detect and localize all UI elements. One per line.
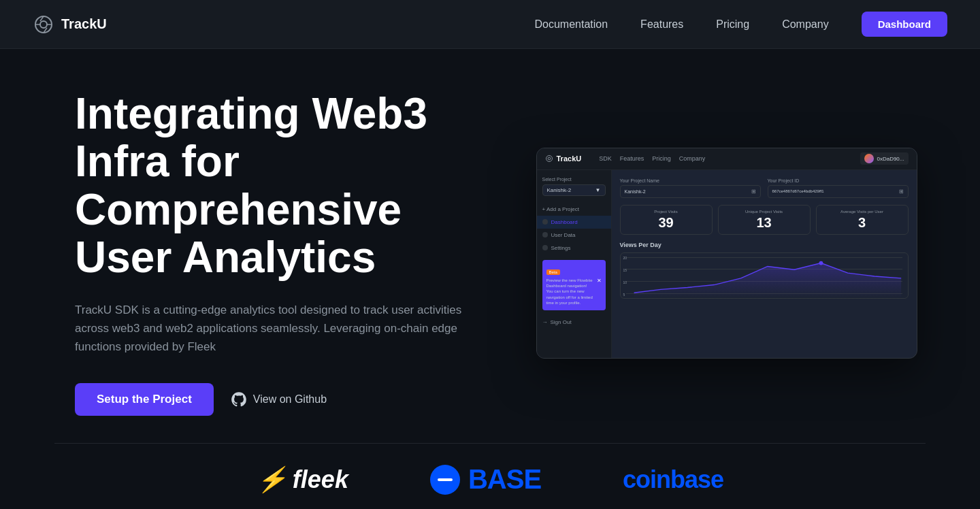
preview-menu-dashboard: Dashboard [537, 216, 611, 229]
dashboard-menu-icon [542, 219, 548, 225]
base-minus-icon [438, 478, 453, 481]
preview-main: Your Project Name Kanishk-2 ⊞ Your Proje… [612, 170, 917, 358]
preview-sidebar: Select Project Kanishk-2 ▼ + Add a Proje… [537, 170, 612, 358]
preview-signout: → Sign Out [537, 316, 611, 329]
github-icon [230, 391, 248, 408]
partner-coinbase: coinbase [623, 465, 723, 494]
svg-point-8 [819, 261, 823, 265]
fleek-bolt-icon: ⚡ [257, 465, 287, 494]
preview-nav-links: SDK Features Pricing Company [599, 155, 705, 162]
beta-text: Preview the new Flowbite Dashboard navig… [546, 278, 594, 306]
base-text: BASE [468, 464, 541, 495]
github-button[interactable]: View on Github [230, 391, 327, 408]
preview-chart: 20 15 10 5 [620, 252, 909, 299]
nav-link-documentation[interactable]: Documentation [534, 18, 608, 31]
preview-body: Select Project Kanishk-2 ▼ + Add a Proje… [537, 170, 917, 358]
preview-logo: TrackU [545, 154, 582, 163]
beta-badge: Beta [546, 269, 560, 275]
preview-project-name-value: Kanishk-2 ⊞ [620, 185, 761, 198]
hero-content: Integrating Web3 Infra for Comprehensive… [75, 90, 473, 416]
preview-beta-box: Beta Preview the new Flowbite Dashboard … [542, 260, 606, 310]
preview-project-id-value: 667ce4867d67ce4bdb429ff1 ⊞ [768, 185, 909, 198]
nav-link-company[interactable]: Company [782, 18, 828, 31]
coinbase-text: coinbase [623, 465, 723, 493]
dashboard-button[interactable]: Dashboard [862, 12, 947, 37]
hero-preview: TrackU SDK Features Pricing Company 0xDa… [527, 148, 926, 359]
hero-title: Integrating Web3 Infra for Comprehensive… [75, 90, 473, 282]
nav-logo-text: TrackU [61, 16, 107, 32]
settings-menu-icon [542, 245, 548, 250]
setup-project-button[interactable]: Setup the Project [75, 383, 214, 416]
fleek-text: fleek [293, 465, 348, 494]
base-circle-icon [430, 465, 460, 495]
preview-project-name-field: Your Project Name Kanishk-2 ⊞ [620, 178, 761, 198]
svg-point-1 [40, 21, 47, 28]
nav-links: Documentation Features Pricing Company [534, 18, 828, 31]
copy-id-icon: ⊞ [899, 188, 904, 195]
navbar: TrackU Documentation Features Pricing Co… [0, 0, 980, 49]
preview-project-id-field: Your Project ID 667ce4867d67ce4bdb429ff1… [768, 178, 909, 198]
preview-add-project: + Add a Project [537, 203, 611, 216]
preview-stat-visits: Project Visits 39 [620, 205, 713, 235]
partner-base: BASE [430, 464, 541, 495]
wallet-avatar [864, 154, 874, 163]
beta-close-icon[interactable]: ✕ [597, 278, 602, 284]
preview-chart-title: Views Per Day [620, 242, 909, 248]
nav-logo[interactable]: TrackU [33, 14, 107, 35]
userdata-menu-icon [542, 232, 548, 237]
preview-wallet: 0xDaD90... [860, 152, 908, 165]
copy-name-icon: ⊞ [751, 188, 756, 195]
nav-link-pricing[interactable]: Pricing [716, 18, 749, 31]
preview-menu-settings: Settings [537, 242, 611, 255]
dashboard-preview: TrackU SDK Features Pricing Company 0xDa… [536, 148, 917, 359]
partners-section: ⚡ fleek BASE coinbase [54, 443, 926, 495]
preview-stat-unique: Unique Project Visits 13 [718, 205, 811, 235]
svg-point-6 [546, 156, 552, 162]
signout-icon: → [542, 319, 548, 325]
tracku-logo-icon [33, 14, 54, 35]
preview-select-label: Select Project [537, 177, 611, 182]
preview-navbar: TrackU SDK Features Pricing Company 0xDa… [537, 148, 917, 170]
svg-point-7 [548, 157, 551, 160]
preview-stats-row: Project Visits 39 Unique Project Visits … [620, 205, 909, 235]
preview-stat-average: Average Visits per User 3 [816, 205, 909, 235]
hero-subtitle: TrackU SDK is a cutting-edge analytics t… [75, 301, 470, 357]
hero-cta: Setup the Project View on Github [75, 383, 473, 416]
chart-svg [621, 253, 908, 298]
nav-link-features[interactable]: Features [640, 18, 683, 31]
preview-logo-icon [545, 154, 553, 163]
github-label: View on Github [253, 393, 327, 406]
hero-section: Integrating Web3 Infra for Comprehensive… [0, 49, 980, 443]
partner-fleek: ⚡ fleek [257, 465, 348, 494]
preview-fields-row: Your Project Name Kanishk-2 ⊞ Your Proje… [620, 178, 909, 198]
preview-menu-userdata: User Data [537, 229, 611, 242]
preview-project-select: Kanishk-2 ▼ [542, 184, 606, 196]
